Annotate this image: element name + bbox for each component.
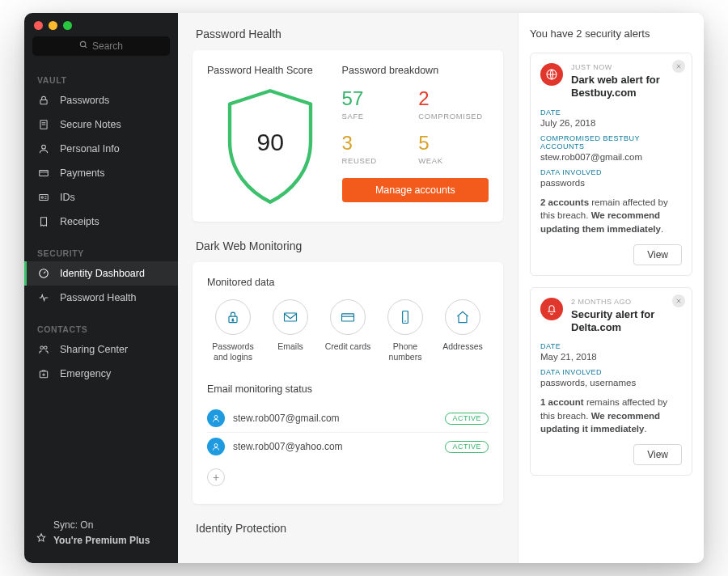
minimize-window-icon[interactable] (49, 21, 57, 30)
add-email-button[interactable]: + (207, 468, 225, 486)
svg-point-14 (40, 346, 44, 349)
monitored-label-text: Passwords and logins (212, 341, 253, 362)
breakdown-label: Password breakdown (342, 65, 489, 76)
breakdown-weak[interactable]: 5 WEAK (418, 132, 489, 165)
sidebar-item-identity-dashboard[interactable]: Identity Dashboard (24, 261, 178, 286)
lock-icon (37, 94, 50, 107)
monitored-label-text: Addresses (442, 341, 483, 351)
id-icon (37, 191, 50, 204)
view-button[interactable]: View (633, 444, 682, 465)
svg-point-27 (214, 444, 218, 447)
lock-icon: 1 (215, 299, 251, 335)
alert-field-label: DATA INVOLVED (540, 168, 682, 176)
alert-field-value: stew.rob007@gmail.com (540, 152, 682, 162)
email-address: stew.rob007@gmail.com (233, 413, 437, 424)
sidebar: Search VAULT Passwords Secure Notes Pers… (24, 13, 178, 563)
status-badge: ACTIVE (445, 413, 489, 425)
monitored-addresses[interactable]: Addresses (437, 299, 489, 362)
sidebar-item-ids[interactable]: IDs (24, 185, 178, 210)
sidebar-item-password-health[interactable]: Password Health (24, 286, 178, 310)
breakdown-reused[interactable]: 3 REUSED (342, 132, 413, 165)
nav-header-contacts: CONTACTS (24, 320, 178, 337)
sidebar-label: IDs (60, 192, 75, 203)
breakdown-compromised-num: 2 (418, 87, 489, 110)
close-icon[interactable] (672, 60, 685, 73)
sidebar-item-secure-notes[interactable]: Secure Notes (24, 112, 178, 137)
svg-point-15 (44, 346, 48, 349)
svg-point-6 (42, 145, 46, 149)
card-icon (330, 299, 366, 335)
sidebar-item-passwords[interactable]: Passwords (24, 88, 178, 112)
monitored-label: Monitored data (207, 277, 489, 288)
dashboard-icon (37, 267, 50, 280)
alert-card: 2 MONTHS AGO Security alert for Delta.co… (530, 287, 692, 476)
sidebar-item-personal-info[interactable]: Personal Info (24, 137, 178, 161)
email-status-label: Email monitoring status (207, 383, 489, 395)
sidebar-item-emergency[interactable]: Emergency (24, 362, 178, 386)
sidebar-item-payments[interactable]: Payments (24, 161, 178, 185)
alert-field-value: passwords, usernames (540, 378, 682, 388)
alert-when: JUST NOW (571, 63, 682, 71)
svg-point-26 (214, 416, 218, 419)
alerts-title: You have 2 security alerts (530, 28, 692, 40)
close-window-icon[interactable] (34, 21, 43, 30)
phone-icon (387, 299, 423, 335)
breakdown-reused-num: 3 (342, 132, 413, 155)
search-input[interactable]: Search (32, 36, 170, 56)
email-row[interactable]: stew.rob007@yahoo.com ACTIVE (207, 433, 489, 460)
search-placeholder: Search (92, 40, 123, 52)
dark-web-card: Monitored data 1 Passwords and logins Em… (193, 262, 503, 504)
health-score: 90 (218, 86, 323, 207)
svg-text:1: 1 (232, 318, 235, 322)
sidebar-item-receipts[interactable]: Receipts (24, 210, 178, 234)
svg-rect-7 (40, 171, 49, 176)
receipt-icon (37, 215, 50, 228)
nav-header-security: SECURITY (24, 244, 178, 261)
section-title-password-health: Password Health (196, 28, 503, 40)
monitored-phones[interactable]: Phone numbers (379, 299, 431, 362)
window-controls (24, 13, 178, 36)
pulse-icon (37, 291, 50, 304)
breakdown-weak-num: 5 (418, 132, 489, 155)
email-address: stew.rob007@yahoo.com (233, 441, 437, 452)
monitored-passwords[interactable]: 1 Passwords and logins (207, 299, 259, 362)
health-shield: 90 (218, 86, 323, 207)
sidebar-label: Payments (60, 167, 105, 179)
alert-field-label: DATE (540, 108, 682, 116)
email-row[interactable]: stew.rob007@gmail.com ACTIVE (207, 404, 489, 433)
avatar-icon (207, 409, 225, 427)
sidebar-label: Personal Info (60, 143, 120, 155)
alert-field-label: DATA INVOLVED (540, 368, 682, 376)
password-health-card: Password Health Score 90 Password breakd… (193, 50, 503, 222)
sidebar-label: Passwords (60, 95, 109, 106)
view-button[interactable]: View (633, 244, 682, 265)
emergency-icon (37, 367, 50, 380)
manage-accounts-button[interactable]: Manage accounts (342, 178, 489, 202)
mail-icon (273, 299, 308, 335)
svg-line-1 (85, 46, 87, 48)
breakdown-safe[interactable]: 57 SAFE (342, 87, 413, 121)
monitored-label-text: Phone numbers (389, 341, 422, 362)
section-title-dark-web: Dark Web Monitoring (196, 239, 503, 252)
sidebar-item-sharing-center[interactable]: Sharing Center (24, 337, 178, 362)
breakdown-compromised[interactable]: 2 COMPROMISED (418, 87, 489, 121)
sidebar-label: Identity Dashboard (60, 268, 145, 279)
breakdown-compromised-label: COMPROMISED (418, 112, 489, 121)
monitored-cards[interactable]: Credit cards (322, 299, 374, 362)
breakdown-safe-num: 57 (342, 87, 413, 110)
maximize-window-icon[interactable] (63, 21, 72, 30)
sidebar-label: Password Health (60, 292, 137, 303)
svg-rect-22 (342, 314, 354, 321)
section-title-identity-protection: Identity Protection (196, 522, 503, 535)
score-label: Password Health Score (207, 65, 334, 76)
monitored-emails[interactable]: Emails (265, 299, 316, 362)
alert-title: Security alert for Delta.com (571, 308, 682, 335)
close-icon[interactable] (672, 294, 685, 307)
main-content: Password Health Password Health Score 90… (178, 13, 518, 563)
svg-rect-21 (285, 313, 297, 321)
nav-header-vault: VAULT (24, 70, 178, 88)
alerts-panel: You have 2 security alerts JUST NOW Dark… (518, 13, 704, 563)
avatar-icon (207, 438, 225, 455)
monitored-label-text: Emails (277, 341, 303, 351)
sidebar-label: Secure Notes (60, 119, 121, 130)
